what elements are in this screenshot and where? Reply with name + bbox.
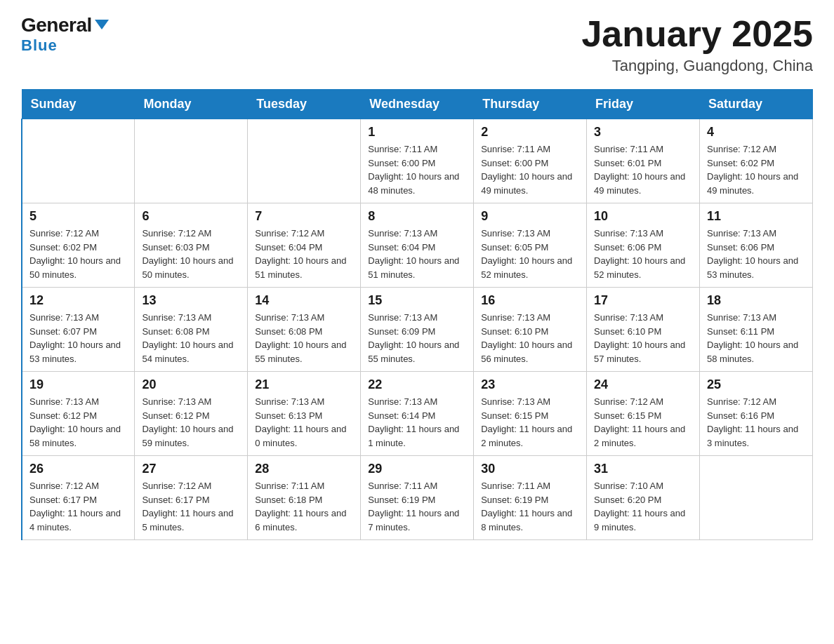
day-number: 14 (255, 293, 353, 308)
logo-triangle-icon (95, 20, 109, 29)
calendar-week-3: 12Sunrise: 7:13 AM Sunset: 6:07 PM Dayli… (22, 288, 813, 372)
calendar-cell: 4Sunrise: 7:12 AM Sunset: 6:02 PM Daylig… (700, 119, 813, 203)
day-number: 11 (707, 209, 805, 224)
day-number: 15 (368, 293, 466, 308)
calendar-cell: 13Sunrise: 7:13 AM Sunset: 6:08 PM Dayli… (135, 288, 248, 372)
day-info: Sunrise: 7:11 AM Sunset: 6:00 PM Dayligh… (368, 142, 466, 197)
logo-blue-text: Blue (21, 36, 58, 55)
day-number: 30 (481, 462, 579, 476)
calendar-cell: 15Sunrise: 7:13 AM Sunset: 6:09 PM Dayli… (361, 288, 474, 372)
calendar-cell: 12Sunrise: 7:13 AM Sunset: 6:07 PM Dayli… (22, 288, 135, 372)
calendar-cell (248, 119, 361, 203)
title-section: January 2025 Tangping, Guangdong, China (581, 14, 813, 75)
calendar-cell: 24Sunrise: 7:12 AM Sunset: 6:15 PM Dayli… (587, 372, 700, 456)
calendar-cell: 10Sunrise: 7:13 AM Sunset: 6:06 PM Dayli… (587, 203, 700, 288)
calendar-week-4: 19Sunrise: 7:13 AM Sunset: 6:12 PM Dayli… (22, 372, 813, 456)
day-info: Sunrise: 7:13 AM Sunset: 6:13 PM Dayligh… (255, 395, 353, 450)
column-header-wednesday: Wednesday (361, 90, 474, 119)
day-number: 12 (29, 293, 127, 308)
day-info: Sunrise: 7:11 AM Sunset: 6:00 PM Dayligh… (481, 142, 579, 197)
day-info: Sunrise: 7:13 AM Sunset: 6:10 PM Dayligh… (594, 311, 692, 365)
calendar-week-1: 1Sunrise: 7:11 AM Sunset: 6:00 PM Daylig… (22, 119, 813, 203)
day-number: 1 (368, 125, 466, 140)
day-info: Sunrise: 7:13 AM Sunset: 6:06 PM Dayligh… (594, 227, 692, 281)
calendar-table: SundayMondayTuesdayWednesdayThursdayFrid… (21, 89, 813, 540)
day-number: 2 (481, 125, 579, 140)
calendar-cell: 16Sunrise: 7:13 AM Sunset: 6:10 PM Dayli… (474, 288, 587, 372)
column-header-monday: Monday (135, 90, 248, 119)
calendar-cell (700, 456, 813, 540)
day-number: 18 (707, 293, 805, 308)
calendar-cell: 30Sunrise: 7:11 AM Sunset: 6:19 PM Dayli… (474, 456, 587, 540)
page-header: General Blue January 2025 Tangping, Guan… (21, 14, 813, 75)
column-header-tuesday: Tuesday (248, 90, 361, 119)
calendar-cell: 2Sunrise: 7:11 AM Sunset: 6:00 PM Daylig… (474, 119, 587, 203)
calendar-week-2: 5Sunrise: 7:12 AM Sunset: 6:02 PM Daylig… (22, 203, 813, 288)
day-info: Sunrise: 7:11 AM Sunset: 6:19 PM Dayligh… (368, 479, 466, 534)
logo: General Blue (21, 14, 109, 55)
calendar-cell: 3Sunrise: 7:11 AM Sunset: 6:01 PM Daylig… (587, 119, 700, 203)
calendar-cell: 17Sunrise: 7:13 AM Sunset: 6:10 PM Dayli… (587, 288, 700, 372)
day-info: Sunrise: 7:12 AM Sunset: 6:04 PM Dayligh… (255, 227, 353, 281)
day-info: Sunrise: 7:13 AM Sunset: 6:07 PM Dayligh… (29, 311, 127, 365)
day-number: 23 (481, 377, 579, 392)
day-number: 20 (142, 377, 240, 392)
calendar-week-5: 26Sunrise: 7:12 AM Sunset: 6:17 PM Dayli… (22, 456, 813, 540)
calendar-cell: 6Sunrise: 7:12 AM Sunset: 6:03 PM Daylig… (135, 203, 248, 288)
day-number: 3 (594, 125, 692, 140)
day-number: 28 (255, 462, 353, 476)
day-info: Sunrise: 7:11 AM Sunset: 6:18 PM Dayligh… (255, 479, 353, 534)
day-info: Sunrise: 7:13 AM Sunset: 6:11 PM Dayligh… (707, 311, 805, 365)
calendar-body: 1Sunrise: 7:11 AM Sunset: 6:00 PM Daylig… (22, 119, 813, 540)
day-number: 5 (29, 209, 127, 224)
day-number: 19 (29, 377, 127, 392)
day-number: 8 (368, 209, 466, 224)
day-number: 16 (481, 293, 579, 308)
calendar-cell: 8Sunrise: 7:13 AM Sunset: 6:04 PM Daylig… (361, 203, 474, 288)
day-info: Sunrise: 7:11 AM Sunset: 6:19 PM Dayligh… (481, 479, 579, 534)
month-title: January 2025 (581, 14, 813, 54)
day-info: Sunrise: 7:12 AM Sunset: 6:02 PM Dayligh… (29, 227, 127, 281)
day-info: Sunrise: 7:13 AM Sunset: 6:12 PM Dayligh… (142, 395, 240, 450)
location-subtitle: Tangping, Guangdong, China (581, 57, 813, 75)
column-header-saturday: Saturday (700, 90, 813, 119)
logo-general-text: General (21, 14, 92, 36)
calendar-cell: 28Sunrise: 7:11 AM Sunset: 6:18 PM Dayli… (248, 456, 361, 540)
calendar-cell: 5Sunrise: 7:12 AM Sunset: 6:02 PM Daylig… (22, 203, 135, 288)
day-info: Sunrise: 7:10 AM Sunset: 6:20 PM Dayligh… (594, 479, 692, 534)
day-info: Sunrise: 7:13 AM Sunset: 6:04 PM Dayligh… (368, 227, 466, 281)
calendar-cell: 7Sunrise: 7:12 AM Sunset: 6:04 PM Daylig… (248, 203, 361, 288)
day-info: Sunrise: 7:12 AM Sunset: 6:02 PM Dayligh… (707, 142, 805, 197)
day-number: 24 (594, 377, 692, 392)
calendar-cell: 27Sunrise: 7:12 AM Sunset: 6:17 PM Dayli… (135, 456, 248, 540)
day-number: 21 (255, 377, 353, 392)
day-info: Sunrise: 7:11 AM Sunset: 6:01 PM Dayligh… (594, 142, 692, 197)
day-number: 17 (594, 293, 692, 308)
day-info: Sunrise: 7:12 AM Sunset: 6:03 PM Dayligh… (142, 227, 240, 281)
day-number: 25 (707, 377, 805, 392)
day-number: 27 (142, 462, 240, 476)
calendar-cell: 31Sunrise: 7:10 AM Sunset: 6:20 PM Dayli… (587, 456, 700, 540)
column-header-friday: Friday (587, 90, 700, 119)
day-info: Sunrise: 7:12 AM Sunset: 6:17 PM Dayligh… (142, 479, 240, 534)
column-header-sunday: Sunday (22, 90, 135, 119)
day-info: Sunrise: 7:12 AM Sunset: 6:17 PM Dayligh… (29, 479, 127, 534)
calendar-cell: 19Sunrise: 7:13 AM Sunset: 6:12 PM Dayli… (22, 372, 135, 456)
calendar-cell: 9Sunrise: 7:13 AM Sunset: 6:05 PM Daylig… (474, 203, 587, 288)
day-info: Sunrise: 7:13 AM Sunset: 6:14 PM Dayligh… (368, 395, 466, 450)
day-info: Sunrise: 7:13 AM Sunset: 6:05 PM Dayligh… (481, 227, 579, 281)
calendar-cell: 11Sunrise: 7:13 AM Sunset: 6:06 PM Dayli… (700, 203, 813, 288)
day-number: 22 (368, 377, 466, 392)
day-number: 26 (29, 462, 127, 476)
day-number: 4 (707, 125, 805, 140)
calendar-cell (22, 119, 135, 203)
day-info: Sunrise: 7:12 AM Sunset: 6:16 PM Dayligh… (707, 395, 805, 450)
calendar-cell: 26Sunrise: 7:12 AM Sunset: 6:17 PM Dayli… (22, 456, 135, 540)
day-info: Sunrise: 7:13 AM Sunset: 6:06 PM Dayligh… (707, 227, 805, 281)
day-number: 6 (142, 209, 240, 224)
calendar-cell: 20Sunrise: 7:13 AM Sunset: 6:12 PM Dayli… (135, 372, 248, 456)
day-info: Sunrise: 7:13 AM Sunset: 6:10 PM Dayligh… (481, 311, 579, 365)
calendar-cell: 21Sunrise: 7:13 AM Sunset: 6:13 PM Dayli… (248, 372, 361, 456)
column-header-thursday: Thursday (474, 90, 587, 119)
calendar-cell: 18Sunrise: 7:13 AM Sunset: 6:11 PM Dayli… (700, 288, 813, 372)
